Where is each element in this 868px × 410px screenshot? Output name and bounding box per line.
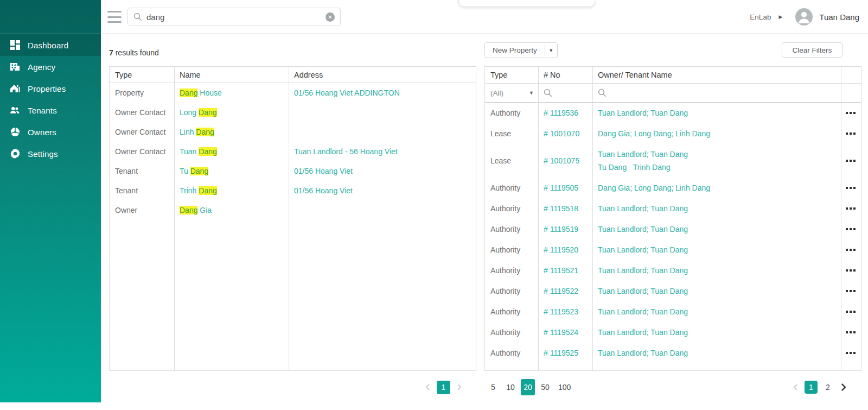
result-name-link[interactable]: Linh Dang [174,128,289,136]
owner-tenant-names-link[interactable]: Tuan Landlord; Tuan Dang [592,103,840,123]
record-no-link[interactable]: # 1119523 [538,301,592,322]
result-name-link[interactable]: Dang House [174,89,289,97]
record-no-link[interactable]: # 1119519 [538,219,592,239]
agency-icon [10,62,20,72]
column-header-type[interactable]: Type [485,67,538,83]
record-type: Authority [485,178,538,198]
owner-tenant-names-link[interactable]: Tuan Landlord; Tuan Dang [592,198,840,219]
clear-search-icon[interactable]: ✕ [326,12,335,22]
row-actions-button[interactable] [840,281,861,301]
owner-tenant-names-link[interactable]: Tuan Landlord; Tuan Dang Tu Dang Trinh D… [592,144,840,178]
result-name-link[interactable]: Trinh Dang [174,186,289,195]
new-property-button[interactable]: New Property [484,42,545,58]
column-header-owner-tenant[interactable]: Owner/ Tenant Name [592,67,840,83]
type-filter-value: (All) [490,89,503,97]
row-actions-button[interactable] [840,260,861,281]
row-actions-button[interactable] [840,322,861,343]
result-address-link[interactable]: 01/56 Hoang Viet [289,167,476,175]
row-actions-button[interactable] [840,301,861,322]
new-property-dropdown-button[interactable]: ▼ [545,42,558,58]
page-number-1[interactable]: 1 [437,381,450,394]
result-name-text: Tuan [180,147,199,156]
row-actions-button[interactable] [840,239,861,260]
column-separator [174,67,175,370]
record-no-link[interactable]: # 1001070 [538,123,592,144]
page-size-option-20[interactable]: 20 [521,379,535,395]
row-actions-button[interactable] [840,363,861,371]
record-no-link[interactable]: # 1119526 [538,363,592,371]
record-no-link[interactable]: # 1119520 [538,239,592,260]
next-page-button[interactable] [454,382,464,392]
clear-filters-button[interactable]: Clear Filters [782,42,843,58]
record-no-link[interactable]: # 1119522 [538,281,592,301]
row-actions-button[interactable] [840,219,861,239]
record-no-link[interactable]: # 1119536 [538,103,592,123]
result-name-link[interactable]: Long Dang [174,108,289,117]
page-number-1[interactable]: 1 [805,381,818,394]
record-no-link[interactable]: # 1119521 [538,260,592,281]
result-name-link[interactable]: Dang Gia [174,206,289,215]
tenants-icon [10,105,20,116]
type-filter-dropdown[interactable]: (All) ▼ [485,84,538,102]
sidebar-item-agency[interactable]: Agency [0,56,101,78]
owner-tenant-names-link[interactable]: Tuan Landlord; Tuan Dang [592,219,840,239]
result-name-text: Linh [180,128,196,136]
row-actions-cell [840,301,861,322]
owner-tenant-names-link[interactable]: Tuan Landlord; Tuan Dang [592,301,840,322]
search-result-row: TenantTu Dang01/56 Hoang Viet [110,161,476,181]
user-menu[interactable]: Tuan Dang [795,8,859,26]
result-address-link[interactable]: 01/56 Hoang Viet ADDINGTON [289,89,476,97]
sidebar-item-settings[interactable]: Settings [0,143,101,165]
result-name-link[interactable]: Tu Dang [174,167,289,175]
search-results-table: Type Name Address PropertyDang House01/5… [109,66,476,371]
page-size-option-100[interactable]: 100 [556,379,573,395]
page-size-option-50[interactable]: 50 [538,379,552,395]
record-no-link[interactable]: # 1119524 [538,322,592,343]
record-type: Lease [485,144,538,178]
column-header-no[interactable]: # No [538,67,592,83]
record-no-link[interactable]: # 1001075 [538,144,592,178]
owner-tenant-names-link[interactable]: Tuan Landlord; Tuan Dang [592,239,840,260]
sidebar-item-tenants[interactable]: Tenants [0,99,101,121]
owner-tenant-filter-input[interactable] [592,84,840,102]
page-number-2[interactable]: 2 [821,381,834,394]
row-actions-button[interactable] [840,178,861,198]
column-header-type[interactable]: Type [110,67,174,83]
owner-tenant-names-link[interactable]: Dang Gia; Long Dang; Linh Dang [592,178,840,198]
owner-tenant-names-link[interactable]: Tuan Landlord; Tuan Dang [592,322,840,343]
chevron-down-icon: ▼ [548,48,553,53]
record-no-link[interactable]: # 1119505 [538,178,592,198]
owner-tenant-names-link[interactable]: Tuan Landlord; Tuan Dang [592,343,840,363]
row-actions-button[interactable] [840,343,861,363]
page-size-option-10[interactable]: 10 [503,379,518,395]
sidebar-item-properties[interactable]: Properties [0,78,101,99]
properties-filter-row: (All) ▼ [485,84,861,103]
page-size-option-5[interactable]: 5 [486,379,500,395]
no-filter-input[interactable] [538,84,592,102]
owner-tenant-names-link[interactable]: Tuan Landlord; Tuan Dang [592,281,840,301]
row-actions-button[interactable] [840,144,861,178]
record-no-link[interactable]: # 1119525 [538,343,592,363]
owner-tenant-names-link[interactable]: Dang Gia; Long Dang; Linh Dang [592,123,840,144]
sidebar-item-dashboard[interactable]: Dashboard [0,34,101,56]
prev-page-button[interactable] [423,382,433,392]
row-actions-button[interactable] [840,123,861,144]
sidebar-item-owners[interactable]: Owners [0,121,101,143]
search-input[interactable] [146,12,326,22]
hamburger-menu-icon[interactable] [107,11,122,23]
column-header-address[interactable]: Address [289,67,476,83]
result-type: Owner [110,206,174,215]
result-name-link[interactable]: Tuan Dang [174,147,289,156]
next-page-button[interactable] [838,382,848,392]
result-type: Owner Contact [110,147,174,156]
record-no-link[interactable]: # 1119518 [538,198,592,219]
prev-page-button[interactable] [791,382,801,392]
row-actions-button[interactable] [840,103,861,123]
owner-tenant-names-link[interactable]: Tuan Landlord; Tuan Dang [592,260,840,281]
owner-tenant-names-link[interactable]: Tuan Landlord; Tuan Dang [592,363,840,371]
row-actions-button[interactable] [840,198,861,219]
result-address-link[interactable]: 01/56 Hoang Viet [289,186,476,195]
workspace-menu[interactable]: EnLab ▶ [750,13,782,21]
result-address-link[interactable]: Tuan Landlord - 56 Hoang Viet [289,147,476,156]
column-header-name[interactable]: Name [174,67,289,83]
